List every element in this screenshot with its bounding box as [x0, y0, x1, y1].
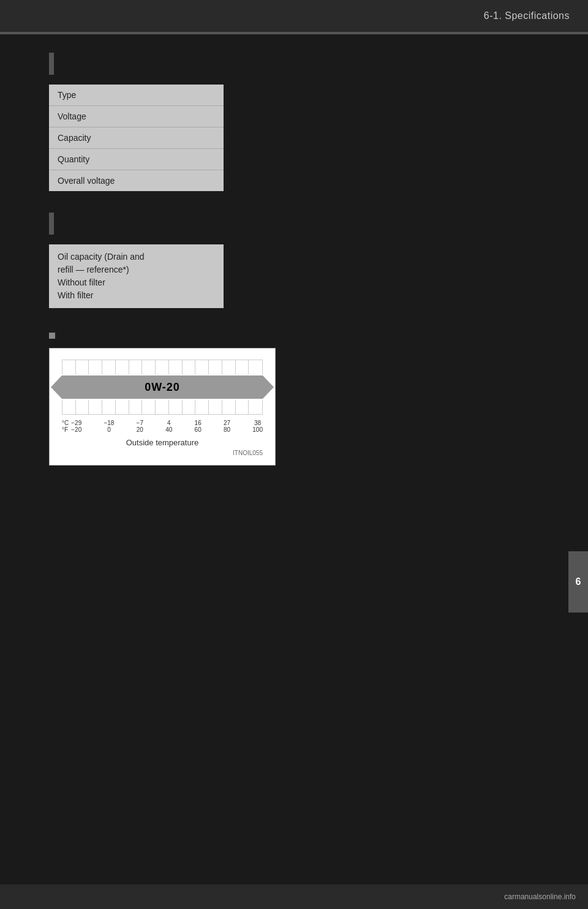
table-row: Capacity [49, 127, 224, 149]
battery-section: Type Voltage Capacity Quantity Overall v… [49, 53, 557, 191]
temp-pair-6: 38 100 [252, 420, 263, 433]
oil-grade-label: 0W-20 [145, 381, 180, 394]
fahrenheit-val: 40 [165, 426, 172, 433]
section2-heading [49, 213, 557, 235]
table-row: Oil capacity (Drain andrefill — referenc… [49, 244, 224, 308]
grid-cell [222, 360, 236, 374]
fahrenheit-val: 0 [107, 426, 111, 433]
side-tab: 6 [568, 551, 588, 613]
grid-cell [249, 400, 262, 414]
temp-axis: °C °F −29 −20 −18 0 −7 20 4 40 [62, 420, 263, 433]
chart-code: ITNOIL055 [62, 450, 263, 456]
oil-table: Oil capacity (Drain andrefill — referenc… [49, 244, 224, 308]
grid-cell [195, 360, 209, 374]
grid-cell [89, 400, 102, 414]
grid-cell [222, 400, 236, 414]
header-bar: 6-1. Specifications [0, 0, 588, 32]
fahrenheit-val: 80 [224, 426, 230, 433]
table-cell: Capacity [49, 127, 224, 149]
table-row: Type [49, 85, 224, 106]
temp-pair-2: −7 20 [137, 420, 143, 433]
grid-cell [129, 360, 143, 374]
chart-grid-top [62, 360, 263, 374]
fahrenheit-val: 100 [252, 426, 263, 433]
grid-cell [169, 360, 183, 374]
bullet-section [49, 330, 557, 341]
table-row: Quantity [49, 149, 224, 170]
temp-pair-1: −18 0 [104, 420, 114, 433]
grid-cell [62, 400, 76, 414]
temp-pair-4: 16 60 [195, 420, 202, 433]
temp-pair-3: 4 40 [165, 420, 172, 433]
celsius-val: 27 [224, 420, 230, 426]
fahrenheit-val: −20 [71, 426, 81, 433]
grid-cell [76, 360, 89, 374]
grid-cell [156, 360, 169, 374]
grid-cell [156, 400, 169, 414]
battery-table: Type Voltage Capacity Quantity Overall v… [49, 85, 224, 191]
grid-cell [62, 360, 76, 374]
grid-cell [183, 360, 196, 374]
grid-cell [76, 400, 89, 414]
celsius-val: 4 [167, 420, 171, 426]
side-tab-number: 6 [576, 576, 581, 587]
celsius-val: 16 [195, 420, 202, 426]
fahrenheit-val: 60 [195, 426, 202, 433]
temp-values: −29 −20 −18 0 −7 20 4 40 16 60 [71, 420, 263, 433]
bottom-logo: carmanualsonline.info [504, 892, 576, 901]
grid-cell [102, 360, 116, 374]
table-cell: Overall voltage [49, 170, 224, 192]
bullet-icon [49, 333, 55, 339]
degree-labels: °C °F [62, 420, 69, 433]
grid-cell [209, 400, 222, 414]
fahrenheit-label: °F [62, 426, 69, 433]
grid-cell [236, 360, 249, 374]
grid-cell [116, 360, 129, 374]
main-content: Type Voltage Capacity Quantity Overall v… [0, 34, 588, 490]
grid-cell [142, 360, 156, 374]
header-title: 6-1. Specifications [484, 10, 570, 21]
grid-cell [209, 360, 222, 374]
table-row: Voltage [49, 106, 224, 127]
table-cell: Type [49, 85, 224, 106]
oil-capacity-cell: Oil capacity (Drain andrefill — referenc… [49, 244, 224, 308]
oil-section: Oil capacity (Drain andrefill — referenc… [49, 213, 557, 308]
section1-bar [49, 53, 54, 75]
table-cell: Quantity [49, 149, 224, 170]
outside-temp-label: Outside temperature [62, 438, 263, 447]
oil-capacity-text: Oil capacity (Drain andrefill — referenc… [58, 252, 145, 300]
grid-cell [89, 360, 102, 374]
celsius-val: 38 [254, 420, 261, 426]
celsius-label: °C [62, 420, 69, 426]
grid-cell [116, 400, 129, 414]
celsius-val: −7 [137, 420, 143, 426]
bottom-bar: carmanualsonline.info [0, 884, 588, 909]
table-cell: Voltage [49, 106, 224, 127]
grid-cell [195, 400, 209, 414]
oil-grade-band: 0W-20 [62, 375, 263, 399]
section2-bar [49, 213, 54, 235]
celsius-val: −18 [104, 420, 114, 426]
temp-pair-5: 27 80 [224, 420, 230, 433]
grid-cell [129, 400, 143, 414]
grid-cell [183, 400, 196, 414]
section1-heading [49, 53, 557, 75]
grid-cell [102, 400, 116, 414]
table-row: Overall voltage [49, 170, 224, 192]
fahrenheit-val: 20 [137, 426, 143, 433]
grid-cell [169, 400, 183, 414]
chart-grid-bottom [62, 400, 263, 415]
grid-cell [142, 400, 156, 414]
grid-cell [236, 400, 249, 414]
oil-chart-container: 0W-20 °C °F [49, 348, 276, 466]
celsius-val: −29 [71, 420, 81, 426]
grid-cell [249, 360, 262, 374]
temp-pair-0: −29 −20 [71, 420, 81, 433]
